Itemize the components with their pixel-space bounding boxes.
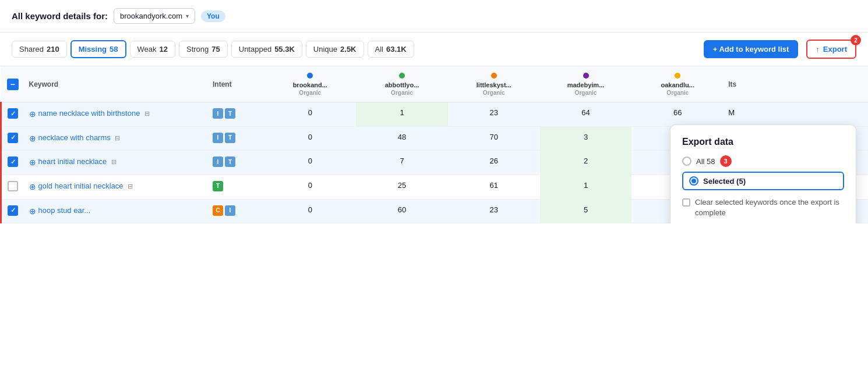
row-2-keyword[interactable]: ⊕ necklace with charms ⊟ — [24, 126, 209, 151]
tab-unique[interactable]: Unique 2.5K — [306, 41, 364, 58]
export-all-label: All 58 — [696, 157, 715, 166]
row-1-col-5: 66 — [631, 102, 724, 127]
select-all-header[interactable] — [1, 66, 24, 102]
row-3-keyword[interactable]: ⊕ heart initial necklace ⊟ — [24, 151, 209, 175]
row-5-col-1: 0 — [264, 199, 356, 223]
row-3-col-2: 7 — [356, 151, 448, 175]
tab-weak[interactable]: Weak 12 — [130, 41, 175, 58]
header: All keyword details for: brookandyork.co… — [0, 0, 868, 33]
row-3-intent: I T — [208, 151, 264, 175]
keyword-column-header: Keyword — [24, 66, 209, 102]
tab-all-count: 63.1K — [386, 45, 407, 54]
tab-shared-label: Shared — [19, 45, 44, 54]
row-4-checkbox-cell[interactable] — [1, 175, 24, 199]
row-3-checkbox-cell[interactable] — [1, 151, 24, 175]
row-1-col-4: 64 — [540, 102, 632, 127]
row-4-col-4: 1 — [540, 175, 632, 199]
row-1-col-2: 1 — [356, 102, 448, 127]
tab-missing-label: Missing — [79, 45, 107, 54]
export-label: Export — [823, 45, 847, 54]
export-button[interactable]: ↑ Export — [806, 40, 856, 59]
row-4-checkbox[interactable] — [8, 181, 18, 191]
row-5-keyword[interactable]: ⊕ hoop stud ear... — [24, 199, 209, 223]
selected-radio-button[interactable] — [689, 176, 698, 186]
intent-badge-t: T — [225, 157, 235, 167]
tab-missing[interactable]: Missing 58 — [70, 40, 126, 58]
you-badge: You — [201, 10, 225, 22]
tab-unique-label: Unique — [313, 45, 337, 54]
step-3-badge: 3 — [720, 155, 732, 167]
tab-untapped[interactable]: Untapped 55.3K — [231, 41, 302, 58]
intent-badge-i: I — [225, 205, 235, 216]
clear-row: Clear selected keywords once the export … — [682, 197, 844, 218]
tab-untapped-label: Untapped — [239, 45, 271, 54]
tab-strong[interactable]: Strong 75 — [179, 41, 228, 58]
domain-col-2: abbottlyo... Organic — [356, 66, 448, 102]
add-keyword-icon[interactable]: ⊕ — [29, 133, 36, 145]
row-5-checkbox[interactable] — [8, 205, 18, 216]
row-3-col-1: 0 — [264, 151, 356, 175]
table-header-row: Keyword Intent brookand... Organic — [1, 66, 869, 102]
domain-name: brookandyork.com — [120, 12, 182, 20]
tabs-row: Shared 210 Missing 58 Weak 12 Strong 75 … — [0, 33, 868, 66]
tab-strong-label: Strong — [186, 45, 209, 54]
tab-strong-count: 75 — [211, 45, 220, 54]
export-badge: 2 — [851, 35, 861, 45]
row-4-col-1: 0 — [264, 175, 356, 199]
intent-badge-t: T — [225, 133, 235, 143]
selected-count-label: Selected (5) — [703, 177, 746, 186]
row-1-col-1: 0 — [264, 102, 356, 127]
row-1-keyword[interactable]: ⊕ name necklace with birthstone ⊟ — [24, 102, 209, 127]
intent-badge-t: T — [225, 108, 235, 119]
row-1-results: M — [724, 102, 868, 127]
page-icon: ⊟ — [144, 109, 150, 118]
row-2-col-3: 70 — [448, 126, 540, 151]
domain-col-3: littleskyst... Organic — [448, 66, 540, 102]
tab-shared[interactable]: Shared 210 — [12, 41, 67, 58]
select-all-checkbox[interactable] — [7, 79, 19, 90]
row-1-checkbox[interactable] — [8, 108, 18, 119]
add-keyword-icon[interactable]: ⊕ — [29, 109, 36, 120]
row-5-checkbox-cell[interactable] — [1, 199, 24, 223]
row-5-intent: C I — [208, 199, 264, 223]
add-keyword-icon[interactable]: ⊕ — [29, 182, 36, 193]
row-5-col-4: 5 — [540, 199, 632, 223]
export-popup: Export data All 58 3 Selected (5) Clear … — [670, 125, 856, 223]
row-2-col-4: 3 — [540, 126, 632, 151]
row-2-col-2: 48 — [356, 126, 448, 151]
row-1-checkbox-cell[interactable] — [1, 102, 24, 127]
export-popup-title: Export data — [682, 137, 844, 147]
add-keyword-icon[interactable]: ⊕ — [29, 157, 36, 169]
page-icon: ⊟ — [111, 158, 117, 166]
tab-shared-count: 210 — [47, 45, 59, 54]
tab-untapped-count: 55.3K — [274, 45, 295, 54]
export-selected-option[interactable]: Selected (5) — [682, 172, 844, 190]
clear-checkbox[interactable] — [682, 198, 690, 207]
row-5-col-3: 23 — [448, 199, 540, 223]
row-4-keyword[interactable]: ⊕ gold heart initial necklace ⊟ — [24, 175, 209, 199]
domain-col-4: madebyim... Organic — [540, 66, 632, 102]
row-4-intent: T — [208, 175, 264, 199]
add-keyword-icon[interactable]: ⊕ — [29, 206, 36, 218]
tab-all-label: All — [375, 45, 383, 54]
export-up-icon: ↑ — [816, 45, 820, 54]
tab-weak-count: 12 — [160, 45, 168, 54]
row-3-checkbox[interactable] — [8, 157, 18, 167]
intent-badge-t: T — [213, 181, 223, 191]
chevron-down-icon: ▾ — [186, 13, 189, 19]
row-5-col-2: 60 — [356, 199, 448, 223]
add-keyword-button[interactable]: + Add to keyword list — [704, 40, 799, 58]
tab-weak-label: Weak — [137, 45, 157, 54]
page-icon: ⊟ — [115, 134, 120, 143]
export-all-option[interactable]: All 58 3 — [682, 155, 844, 167]
domain-selector[interactable]: brookandyork.com ▾ — [114, 8, 195, 24]
intent-badge-c: C — [213, 205, 223, 216]
intent-badge-i: I — [213, 108, 223, 119]
row-2-checkbox-cell[interactable] — [1, 126, 24, 151]
row-2-checkbox[interactable] — [8, 133, 18, 143]
domain-col-5: oakandlu... Organic — [631, 66, 724, 102]
page-title: All keyword details for: — [12, 11, 108, 21]
tab-unique-count: 2.5K — [340, 45, 356, 54]
tab-all[interactable]: All 63.1K — [368, 41, 414, 58]
all-radio-button[interactable] — [682, 157, 691, 166]
